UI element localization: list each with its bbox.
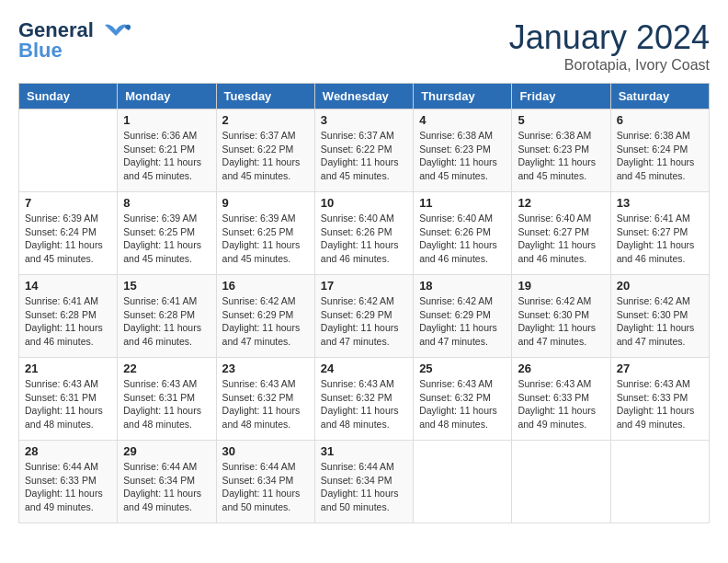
cell-info: Sunrise: 6:38 AM Sunset: 6:24 PM Dayligh… <box>617 129 703 183</box>
cell-info: Sunrise: 6:43 AM Sunset: 6:32 PM Dayligh… <box>222 377 309 431</box>
cell-sunset: Sunset: 6:34 PM <box>123 474 210 488</box>
cell-date-number: 30 <box>222 444 309 458</box>
cell-date-number: 9 <box>222 196 309 210</box>
cell-sunset: Sunset: 6:34 PM <box>321 474 407 488</box>
cell-info: Sunrise: 6:41 AM Sunset: 6:28 PM Dayligh… <box>123 294 210 349</box>
cell-daylight: Daylight: 11 hours and 45 minutes. <box>518 155 604 182</box>
cell-sunrise: Sunrise: 6:39 AM <box>123 212 210 225</box>
cell-date-number: 13 <box>617 196 703 210</box>
calendar-cell: 21 Sunrise: 6:43 AM Sunset: 6:31 PM Dayl… <box>19 358 118 441</box>
cell-info: Sunrise: 6:37 AM Sunset: 6:22 PM Dayligh… <box>321 129 407 183</box>
cell-sunset: Sunset: 6:28 PM <box>25 308 111 322</box>
cell-daylight: Daylight: 11 hours and 47 minutes. <box>518 321 604 348</box>
cell-daylight: Daylight: 11 hours and 47 minutes. <box>419 321 506 348</box>
cell-daylight: Daylight: 11 hours and 46 minutes. <box>617 238 703 265</box>
calendar-day-header: Tuesday <box>216 84 314 109</box>
cell-info: Sunrise: 6:43 AM Sunset: 6:33 PM Dayligh… <box>617 377 703 431</box>
cell-daylight: Daylight: 11 hours and 46 minutes. <box>419 238 506 265</box>
cell-sunrise: Sunrise: 6:39 AM <box>25 212 111 225</box>
cell-info: Sunrise: 6:44 AM Sunset: 6:33 PM Dayligh… <box>25 460 111 514</box>
cell-daylight: Daylight: 11 hours and 49 minutes. <box>123 487 210 513</box>
cell-sunrise: Sunrise: 6:41 AM <box>123 294 210 308</box>
calendar-week-row: 7 Sunrise: 6:39 AM Sunset: 6:24 PM Dayli… <box>19 192 710 275</box>
cell-info: Sunrise: 6:42 AM Sunset: 6:30 PM Dayligh… <box>518 294 604 349</box>
cell-info: Sunrise: 6:40 AM Sunset: 6:27 PM Dayligh… <box>518 212 604 266</box>
cell-sunrise: Sunrise: 6:42 AM <box>222 294 309 308</box>
cell-sunrise: Sunrise: 6:43 AM <box>321 377 407 391</box>
cell-sunrise: Sunrise: 6:44 AM <box>25 460 111 474</box>
cell-daylight: Daylight: 11 hours and 47 minutes. <box>617 321 703 348</box>
cell-date-number: 22 <box>123 362 210 375</box>
calendar-cell: 4 Sunrise: 6:38 AM Sunset: 6:23 PM Dayli… <box>414 109 512 192</box>
cell-sunrise: Sunrise: 6:36 AM <box>123 129 210 143</box>
cell-date-number: 7 <box>25 196 111 210</box>
cell-date-number: 27 <box>617 362 703 375</box>
cell-info: Sunrise: 6:38 AM Sunset: 6:23 PM Dayligh… <box>518 129 604 183</box>
calendar-cell: 27 Sunrise: 6:43 AM Sunset: 6:33 PM Dayl… <box>610 358 709 441</box>
cell-sunrise: Sunrise: 6:37 AM <box>222 129 309 143</box>
cell-sunrise: Sunrise: 6:44 AM <box>222 460 309 474</box>
cell-sunset: Sunset: 6:30 PM <box>518 308 604 322</box>
calendar-cell: 14 Sunrise: 6:41 AM Sunset: 6:28 PM Dayl… <box>19 275 118 358</box>
cell-daylight: Daylight: 11 hours and 45 minutes. <box>123 238 210 265</box>
cell-daylight: Daylight: 11 hours and 46 minutes. <box>321 238 407 265</box>
cell-sunset: Sunset: 6:33 PM <box>518 391 604 405</box>
calendar-cell: 16 Sunrise: 6:42 AM Sunset: 6:29 PM Dayl… <box>216 275 314 358</box>
cell-date-number: 21 <box>25 362 111 375</box>
calendar-cell: 20 Sunrise: 6:42 AM Sunset: 6:30 PM Dayl… <box>610 275 709 358</box>
cell-sunset: Sunset: 6:24 PM <box>617 143 703 156</box>
calendar-cell: 17 Sunrise: 6:42 AM Sunset: 6:29 PM Dayl… <box>314 275 413 358</box>
cell-date-number: 8 <box>123 196 210 210</box>
cell-date-number: 16 <box>222 279 309 293</box>
page-header: General Blue January 2024 Borotapia, Ivo… <box>18 18 710 74</box>
calendar-cell: 7 Sunrise: 6:39 AM Sunset: 6:24 PM Dayli… <box>19 192 118 275</box>
cell-date-number: 17 <box>321 279 407 293</box>
cell-sunset: Sunset: 6:29 PM <box>419 308 506 322</box>
calendar-cell: 31 Sunrise: 6:44 AM Sunset: 6:34 PM Dayl… <box>314 441 413 523</box>
cell-sunset: Sunset: 6:31 PM <box>25 391 111 405</box>
cell-info: Sunrise: 6:39 AM Sunset: 6:25 PM Dayligh… <box>222 212 309 266</box>
cell-date-number: 25 <box>419 362 506 375</box>
cell-sunrise: Sunrise: 6:43 AM <box>419 377 506 391</box>
cell-sunset: Sunset: 6:32 PM <box>419 391 506 405</box>
cell-sunset: Sunset: 6:29 PM <box>321 308 407 322</box>
cell-sunset: Sunset: 6:29 PM <box>222 308 309 322</box>
cell-date-number: 29 <box>123 444 210 458</box>
cell-daylight: Daylight: 11 hours and 50 minutes. <box>321 487 407 513</box>
cell-daylight: Daylight: 11 hours and 49 minutes. <box>518 404 604 431</box>
cell-info: Sunrise: 6:39 AM Sunset: 6:25 PM Dayligh… <box>123 212 210 266</box>
calendar-cell: 12 Sunrise: 6:40 AM Sunset: 6:27 PM Dayl… <box>512 192 610 275</box>
cell-sunset: Sunset: 6:21 PM <box>123 143 210 156</box>
cell-daylight: Daylight: 11 hours and 46 minutes. <box>25 321 111 348</box>
cell-info: Sunrise: 6:42 AM Sunset: 6:29 PM Dayligh… <box>222 294 309 349</box>
calendar-week-row: 28 Sunrise: 6:44 AM Sunset: 6:33 PM Dayl… <box>19 441 710 523</box>
calendar-cell: 28 Sunrise: 6:44 AM Sunset: 6:33 PM Dayl… <box>19 441 118 523</box>
cell-sunrise: Sunrise: 6:43 AM <box>518 377 604 391</box>
calendar-day-header: Sunday <box>19 84 118 109</box>
cell-daylight: Daylight: 11 hours and 49 minutes. <box>25 487 111 513</box>
calendar-cell: 24 Sunrise: 6:43 AM Sunset: 6:32 PM Dayl… <box>314 358 413 441</box>
calendar-cell: 30 Sunrise: 6:44 AM Sunset: 6:34 PM Dayl… <box>216 441 314 523</box>
cell-sunrise: Sunrise: 6:42 AM <box>321 294 407 308</box>
cell-sunset: Sunset: 6:25 PM <box>222 225 309 239</box>
cell-info: Sunrise: 6:42 AM Sunset: 6:29 PM Dayligh… <box>419 294 506 349</box>
calendar-week-row: 1 Sunrise: 6:36 AM Sunset: 6:21 PM Dayli… <box>19 109 710 192</box>
cell-sunrise: Sunrise: 6:38 AM <box>419 129 506 143</box>
cell-date-number: 4 <box>419 113 506 127</box>
cell-info: Sunrise: 6:40 AM Sunset: 6:26 PM Dayligh… <box>321 212 407 266</box>
cell-info: Sunrise: 6:42 AM Sunset: 6:29 PM Dayligh… <box>321 294 407 349</box>
calendar-day-header: Friday <box>512 84 610 109</box>
calendar-table: SundayMondayTuesdayWednesdayThursdayFrid… <box>18 83 710 523</box>
cell-sunset: Sunset: 6:23 PM <box>518 143 604 156</box>
cell-sunset: Sunset: 6:27 PM <box>518 225 604 239</box>
calendar-cell: 10 Sunrise: 6:40 AM Sunset: 6:26 PM Dayl… <box>314 192 413 275</box>
cell-daylight: Daylight: 11 hours and 47 minutes. <box>222 321 309 348</box>
cell-daylight: Daylight: 11 hours and 48 minutes. <box>419 404 506 431</box>
cell-daylight: Daylight: 11 hours and 45 minutes. <box>617 155 703 182</box>
cell-info: Sunrise: 6:41 AM Sunset: 6:27 PM Dayligh… <box>617 212 703 266</box>
cell-daylight: Daylight: 11 hours and 48 minutes. <box>25 404 111 431</box>
calendar-day-header: Monday <box>118 84 216 109</box>
cell-sunrise: Sunrise: 6:41 AM <box>617 212 703 225</box>
cell-sunrise: Sunrise: 6:43 AM <box>25 377 111 391</box>
cell-sunset: Sunset: 6:26 PM <box>419 225 506 239</box>
